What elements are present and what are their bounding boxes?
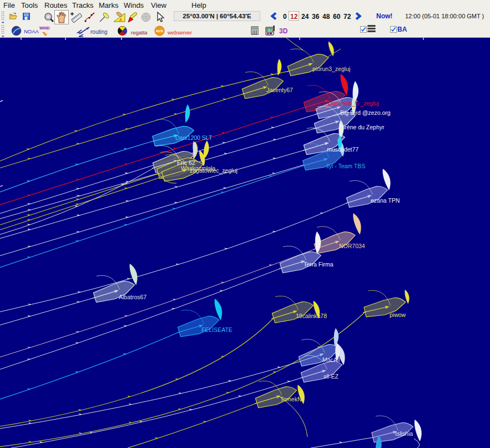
svg-text:TomekN: TomekN — [280, 396, 302, 402]
svg-text:sll-EZ: sll-EZ — [324, 373, 339, 380]
svg-text:web: web — [155, 29, 163, 33]
svg-text:Sirène du Zephyr: Sirène du Zephyr — [340, 124, 385, 130]
svg-text:piwow: piwow — [390, 311, 406, 318]
svg-text:piorun3_zegluj: piorun3_zegluj — [312, 66, 350, 72]
svg-text:Jacenty67: Jacenty67 — [266, 87, 293, 93]
svg-text:ezana TPN: ezana TPN — [371, 197, 400, 204]
svg-text:WiND: WiND — [39, 26, 50, 30]
svg-text:Islishia: Islishia — [395, 430, 413, 437]
svg-text:llyl - Team TBS: llyl - Team TBS — [326, 163, 365, 169]
svg-text:Albatros67: Albatros67 — [119, 294, 147, 300]
svg-text:muscadet77: muscadet77 — [327, 146, 358, 153]
svg-text:A: A — [119, 18, 122, 22]
svg-text:Terra Firma: Terra Firma — [304, 261, 334, 268]
svg-text:żagatowiec_zegluj: żagatowiec_zegluj — [190, 167, 238, 174]
svg-text:FELISEATE: FELISEATE — [201, 326, 233, 333]
svg-text:Big Bird @zezo.org: Big Bird @zezo.org — [340, 109, 391, 116]
svg-text:Dar_mob_6·_zegluj: Dar_mob_6·_zegluj — [328, 100, 379, 107]
svg-text:NOR7034: NOR7034 — [339, 243, 365, 249]
svg-text:MacAll: MacAll — [322, 356, 340, 363]
svg-text:Dani1200 SLT: Dani1200 SLT — [175, 134, 213, 141]
svg-text:19calinka78: 19calinka78 — [296, 313, 327, 319]
